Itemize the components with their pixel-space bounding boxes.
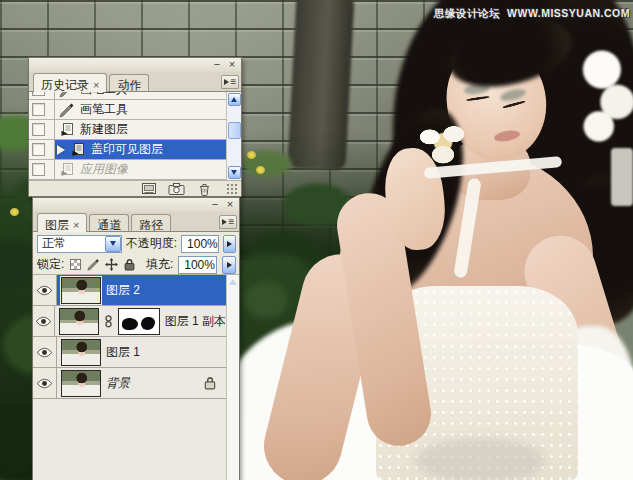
layer-thumbnail[interactable] xyxy=(61,370,101,397)
photo-dress-shadow xyxy=(415,438,545,480)
trash-icon xyxy=(198,182,211,196)
scroll-up-icon[interactable] xyxy=(228,93,241,106)
history-source-cell xyxy=(29,160,55,179)
history-item-undone[interactable]: 应用图像 xyxy=(29,160,226,180)
tab-paths[interactable]: 路径 xyxy=(131,214,171,231)
right-arrow-icon xyxy=(227,241,232,247)
history-brush-source-well[interactable] xyxy=(32,123,45,136)
lock-transparency-button[interactable] xyxy=(69,258,82,272)
history-item[interactable]: 画笔工具 xyxy=(29,92,226,100)
visibility-cell[interactable] xyxy=(33,368,57,398)
tab-channels[interactable]: 通道 xyxy=(89,214,129,231)
up-arrow-icon xyxy=(231,97,237,102)
panel-menu-icon[interactable]: ≡ xyxy=(219,215,237,229)
opacity-input[interactable]: 100% xyxy=(181,235,219,253)
close-icon[interactable]: × xyxy=(226,60,238,71)
tab-close-icon[interactable]: × xyxy=(73,219,79,231)
locked-icon xyxy=(204,376,216,390)
lock-image-button[interactable] xyxy=(87,258,100,272)
lock-label: 锁定: xyxy=(37,256,64,273)
layer-thumbnail[interactable] xyxy=(59,308,99,335)
layer-thumbnail[interactable] xyxy=(61,339,101,366)
history-brush-source-well[interactable] xyxy=(32,103,45,116)
mask-shape xyxy=(141,317,155,330)
tab-layers[interactable]: 图层× xyxy=(37,213,87,232)
resize-grip[interactable] xyxy=(226,183,237,194)
history-source-cell xyxy=(29,100,55,119)
tab-history[interactable]: 历史记录× xyxy=(33,73,107,92)
scrollbar-thumb[interactable] xyxy=(228,122,241,139)
history-panel-titlebar[interactable]: − × xyxy=(29,58,241,72)
layer-row[interactable]: 图层 1 副本 xyxy=(33,306,226,337)
visibility-cell[interactable] xyxy=(33,275,57,305)
visibility-cell[interactable] xyxy=(33,306,55,336)
history-brush-source-well[interactable] xyxy=(32,92,45,96)
history-brush-source-well[interactable] xyxy=(32,143,45,156)
apply-image-icon xyxy=(59,162,75,178)
tab-paths-label: 路径 xyxy=(139,218,163,232)
brush-icon xyxy=(87,258,100,271)
minimize-icon[interactable]: − xyxy=(211,60,223,71)
layer-row-background[interactable]: 背景 xyxy=(33,368,226,399)
scroll-up-disabled-icon xyxy=(229,279,237,285)
history-brush-source-well[interactable] xyxy=(32,163,45,176)
layer-thumbnail[interactable] xyxy=(61,277,101,304)
layer-mask-thumbnail[interactable] xyxy=(118,308,160,335)
close-icon[interactable]: × xyxy=(224,200,236,211)
history-scrollbar[interactable] xyxy=(226,92,241,180)
tab-actions-label: 动作 xyxy=(117,78,141,92)
opacity-slider-button[interactable] xyxy=(223,235,236,253)
layer-rows: 图层 2 图层 1 副本 xyxy=(33,275,226,480)
tab-actions[interactable]: 动作 xyxy=(109,74,149,91)
minimize-icon[interactable]: − xyxy=(209,200,221,211)
layers-scrollbar[interactable] xyxy=(226,275,239,480)
menu-lines-icon: ≡ xyxy=(229,218,235,226)
layer-name[interactable]: 图层 1 xyxy=(106,344,140,361)
layer-row[interactable]: 图层 1 xyxy=(33,337,226,368)
layer-row[interactable]: 图层 2 xyxy=(33,275,226,306)
new-document-from-state-button[interactable] xyxy=(140,182,157,196)
visibility-cell[interactable] xyxy=(33,337,57,367)
layer-name[interactable]: 图层 1 副本 xyxy=(165,313,226,330)
eye-icon xyxy=(35,316,52,327)
history-item-label: 盖印可见图层 xyxy=(91,141,163,158)
padlock-icon xyxy=(124,258,135,271)
lock-all-button[interactable] xyxy=(123,258,136,272)
photo-yellow-flower xyxy=(10,208,19,216)
layers-list: 图层 2 图层 1 副本 xyxy=(33,275,239,480)
history-item[interactable]: 新建图层 xyxy=(29,120,226,140)
opacity-label: 不透明度: xyxy=(126,235,177,252)
history-item-label: 画笔工具 xyxy=(80,101,128,118)
menu-lines-icon: ≡ xyxy=(231,78,237,86)
move-icon xyxy=(105,258,118,271)
blend-mode-dropdown[interactable]: 正常 xyxy=(37,235,122,253)
scroll-down-icon[interactable] xyxy=(228,166,241,179)
history-item[interactable]: 画笔工具 xyxy=(29,100,226,120)
photo-yellow-flower xyxy=(256,166,265,174)
watermark-forum: 思缘设计论坛 xyxy=(434,7,500,19)
layer-name[interactable]: 图层 2 xyxy=(106,282,140,299)
eye-icon xyxy=(36,347,53,358)
fill-label: 填充: xyxy=(146,256,173,273)
dropdown-arrow-icon[interactable] xyxy=(105,236,121,252)
new-snapshot-button[interactable] xyxy=(168,182,185,196)
layer-name[interactable]: 背景 xyxy=(106,375,130,392)
tab-channels-label: 通道 xyxy=(97,218,121,232)
history-bottom-bar xyxy=(29,180,241,196)
fill-slider-button[interactable] xyxy=(222,256,236,274)
layers-panel-titlebar[interactable]: − × xyxy=(33,198,239,212)
history-panel: − × 历史记录× 动作 ≡ 画笔工具 xyxy=(28,57,242,197)
delete-state-button[interactable] xyxy=(196,182,213,196)
new-document-icon xyxy=(141,182,157,195)
down-arrow-icon xyxy=(110,241,116,246)
lock-position-button[interactable] xyxy=(105,258,118,272)
photo-white-flower xyxy=(413,118,473,172)
panel-menu-icon[interactable]: ≡ xyxy=(221,75,239,89)
photo-stone-path xyxy=(611,148,633,206)
history-item-current[interactable]: 盖印可见图层 xyxy=(29,140,226,160)
history-list: 画笔工具 画笔工具 新建图层 xyxy=(29,92,241,180)
brush-icon xyxy=(59,102,75,118)
tab-close-icon[interactable]: × xyxy=(93,79,99,91)
flyout-arrow-icon xyxy=(224,79,229,85)
fill-input[interactable]: 100% xyxy=(178,256,217,274)
